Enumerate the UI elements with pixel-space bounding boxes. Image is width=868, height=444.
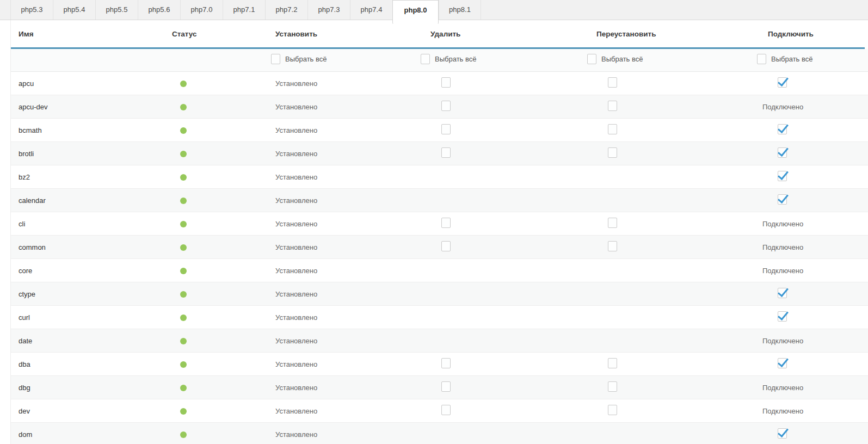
connect-checkbox[interactable] <box>778 428 787 439</box>
select-all-label: Выбрать всё <box>285 55 327 63</box>
install-status-text: Установлено <box>263 290 317 298</box>
table-row: dbaУстановлено <box>11 353 868 376</box>
select-all-label: Выбрать всё <box>435 55 476 63</box>
remove-checkbox[interactable] <box>441 405 451 415</box>
reinstall-checkbox[interactable] <box>608 218 617 228</box>
remove-checkbox[interactable] <box>441 381 451 392</box>
select-all-checkbox-install[interactable] <box>271 54 280 64</box>
column-header-reinstall: Переустановить <box>580 30 749 38</box>
connect-checkbox[interactable] <box>778 194 787 205</box>
column-header-remove: Удалить <box>413 30 580 38</box>
extension-name: core <box>19 267 32 275</box>
remove-checkbox[interactable] <box>441 77 451 88</box>
tab-php5.4[interactable]: php5.4 <box>53 0 95 20</box>
select-all-checkbox-reinstall[interactable] <box>587 54 596 64</box>
status-ok-icon <box>180 385 187 391</box>
status-ok-icon <box>180 314 187 321</box>
remove-checkbox[interactable] <box>441 218 451 228</box>
reinstall-checkbox[interactable] <box>608 405 617 415</box>
table-row: calendarУстановлено <box>11 189 868 212</box>
table-row: devУстановленоПодключено <box>11 399 868 423</box>
tab-php7.2[interactable]: php7.2 <box>265 0 307 20</box>
status-ok-icon <box>180 151 187 157</box>
remove-checkbox[interactable] <box>441 124 451 134</box>
connect-checkbox[interactable] <box>778 311 787 322</box>
extension-name: calendar <box>19 196 46 205</box>
install-status-text: Установлено <box>263 430 317 439</box>
extension-name: dba <box>19 360 30 368</box>
reinstall-checkbox[interactable] <box>608 101 617 111</box>
tab-php5.6[interactable]: php5.6 <box>138 0 180 20</box>
install-status-text: Установлено <box>263 384 317 392</box>
status-ok-icon <box>180 198 187 204</box>
reinstall-checkbox[interactable] <box>608 358 617 368</box>
extension-name: curl <box>19 313 30 322</box>
remove-checkbox[interactable] <box>441 241 451 251</box>
extension-name: bz2 <box>19 173 30 181</box>
connect-status-text: Подключено <box>762 103 803 111</box>
tab-php5.5[interactable]: php5.5 <box>95 0 138 20</box>
tab-php7.4[interactable]: php7.4 <box>350 0 392 20</box>
connect-status-text: Подключено <box>762 384 803 392</box>
install-status-text: Установлено <box>263 220 317 228</box>
status-ok-icon <box>180 127 187 134</box>
tab-php7.3[interactable]: php7.3 <box>307 0 350 20</box>
table-row: brotliУстановлено <box>11 142 868 165</box>
table-row: bcmathУстановлено <box>11 119 868 142</box>
connect-checkbox[interactable] <box>778 288 787 298</box>
reinstall-checkbox[interactable] <box>608 381 617 392</box>
tab-php5.3[interactable]: php5.3 <box>10 0 53 20</box>
column-header-connect: Подключить <box>749 30 868 38</box>
install-status-text: Установлено <box>263 173 317 181</box>
tab-php8.1[interactable]: php8.1 <box>439 0 481 20</box>
reinstall-checkbox[interactable] <box>608 124 617 134</box>
status-ok-icon <box>180 221 187 227</box>
connect-checkbox[interactable] <box>778 77 787 88</box>
remove-checkbox[interactable] <box>441 358 451 368</box>
column-header-status: Статус <box>164 30 263 38</box>
select-all-label: Выбрать всё <box>601 55 643 63</box>
connect-status-text: Подключено <box>762 267 803 275</box>
table-row: dbgУстановленоПодключено <box>11 376 868 399</box>
remove-checkbox[interactable] <box>441 101 451 111</box>
install-status-text: Установлено <box>263 360 317 368</box>
extension-name: dbg <box>19 384 30 392</box>
install-status-text: Установлено <box>263 313 317 322</box>
extension-name: apcu-dev <box>19 103 47 111</box>
select-all-row: Выбрать всё Выбрать всё Выбрать всё Выбр… <box>11 49 868 72</box>
connect-status-text: Подключено <box>762 337 803 345</box>
reinstall-checkbox[interactable] <box>608 147 617 158</box>
extension-name: ctype <box>19 290 35 298</box>
install-status-text: Установлено <box>263 103 317 111</box>
extension-name: apcu <box>19 79 34 88</box>
extension-name: common <box>19 243 46 251</box>
status-ok-icon <box>180 408 187 415</box>
extension-name: dom <box>19 430 32 439</box>
table-row: apcuУстановлено <box>11 72 868 95</box>
column-header-name: Имя <box>11 30 164 38</box>
connect-status-text: Подключено <box>762 407 803 415</box>
table-body: apcuУстановленоapcu-devУстановленоПодклю… <box>11 72 868 444</box>
reinstall-checkbox[interactable] <box>608 77 617 88</box>
install-status-text: Установлено <box>263 150 317 158</box>
status-ok-icon <box>180 431 187 438</box>
connect-checkbox[interactable] <box>778 124 787 134</box>
table-row: ctypeУстановлено <box>11 282 868 306</box>
reinstall-checkbox[interactable] <box>608 241 617 251</box>
remove-checkbox[interactable] <box>441 147 451 158</box>
tab-php7.1[interactable]: php7.1 <box>223 0 265 20</box>
select-all-checkbox-connect[interactable] <box>757 54 766 64</box>
status-ok-icon <box>180 338 187 344</box>
table-row: domУстановлено <box>11 423 868 444</box>
connect-checkbox[interactable] <box>778 147 787 158</box>
table-row: cliУстановленоПодключено <box>11 212 868 236</box>
tab-php7.0[interactable]: php7.0 <box>180 0 223 20</box>
install-status-text: Установлено <box>263 243 317 251</box>
select-all-label: Выбрать всё <box>771 55 812 63</box>
connect-status-text: Подключено <box>762 220 803 228</box>
connect-checkbox[interactable] <box>778 171 787 181</box>
tab-php8.0[interactable]: php8.0 <box>392 0 439 24</box>
select-all-checkbox-remove[interactable] <box>421 54 430 64</box>
table-header-row: Имя Статус Установить Удалить Переустано… <box>11 20 868 47</box>
connect-checkbox[interactable] <box>778 358 787 368</box>
